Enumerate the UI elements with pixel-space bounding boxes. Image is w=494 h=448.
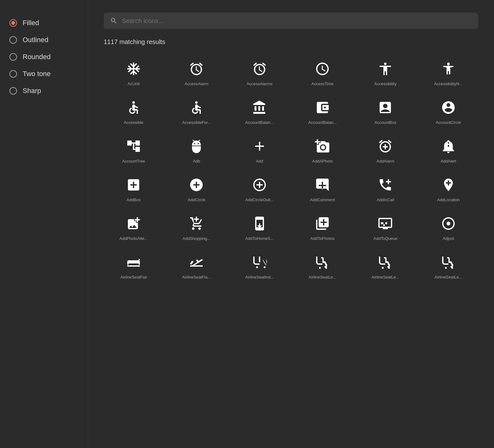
icon-adb[interactable]: Adb (167, 132, 226, 168)
add-to-photos-icon (315, 215, 330, 232)
icon-airline-seat-legroom-reduced[interactable]: AirlineSeatLe... (419, 248, 478, 284)
icon-label-accessibility-new: AccessibilityN... (434, 81, 463, 86)
icon-add-ic-call[interactable]: AddIcCall (355, 171, 415, 207)
account-circle-icon (441, 99, 456, 116)
icon-add-comment[interactable]: AddComment (293, 171, 352, 207)
icon-account-balance[interactable]: AccountBalan... (230, 94, 289, 129)
icon-add[interactable]: Add (230, 132, 289, 168)
icon-label-access-alarm: AccessAlarm (185, 81, 209, 86)
icon-add-circle-outline[interactable]: AddCircleOutl... (230, 171, 289, 207)
search-bar (104, 13, 478, 29)
icon-adjust[interactable]: Adjust (419, 210, 478, 245)
icon-ac-unit[interactable]: AcUnit (104, 55, 163, 91)
airline-seat-legroom-extra-icon (315, 254, 330, 270)
icon-airline-seat-flat[interactable]: AirlineSeatFlat (104, 248, 163, 284)
radio-circle-sharp (9, 87, 17, 95)
add-to-queue-icon (378, 215, 393, 232)
accessible-icon (126, 99, 141, 116)
icon-accessible-forward[interactable]: AccessibleFor... (167, 94, 226, 129)
airline-seat-legroom-reduced-icon (441, 254, 456, 270)
svg-point-2 (195, 101, 198, 104)
radio-circle-twotone (9, 70, 17, 78)
icon-label-add-circle: AddCircle (188, 197, 205, 202)
icon-label-add-location: AddLocation (437, 197, 460, 202)
icon-add-a-photo[interactable]: AddAPhoto (293, 132, 352, 168)
radio-label-outlined: Outlined (23, 36, 48, 44)
icon-label-adb: Adb (193, 159, 200, 163)
icon-add-location[interactable]: AddLocation (419, 171, 478, 207)
adjust-icon (441, 215, 456, 232)
add-alert-icon (441, 138, 456, 154)
radio-rounded[interactable]: Rounded (9, 53, 78, 61)
icon-label-airline-seat-flat-angled: AirlineSeatFla... (182, 275, 211, 279)
icon-airline-seat-flat-angled[interactable]: AirlineSeatFla... (167, 248, 226, 284)
icon-style-options: Filled Outlined Rounded Two tone Sharp (9, 19, 78, 95)
result-count: 1117 matching results (104, 38, 478, 46)
icon-label-account-tree: AccountTree (122, 159, 145, 163)
account-tree-icon (126, 138, 141, 154)
add-alarm-icon (378, 138, 393, 154)
radio-outlined[interactable]: Outlined (9, 36, 78, 44)
radio-label-rounded: Rounded (23, 53, 51, 61)
icon-add-to-photos[interactable]: AddToPhotos (293, 210, 352, 245)
icon-label-airline-seat-legroom-reduced: AirlineSeatLe... (435, 275, 462, 279)
icon-label-add-ic-call: AddIcCall (377, 197, 394, 202)
radio-twotone[interactable]: Two tone (9, 70, 78, 78)
icon-airline-seat-individual[interactable]: AirlineSeatInd... (230, 248, 289, 284)
icon-access-alarm[interactable]: AccessAlarm (167, 55, 226, 91)
icon-label-airline-seat-individual: AirlineSeatInd... (245, 275, 274, 279)
icon-label-ac-unit: AcUnit (128, 81, 140, 86)
add-comment-icon (315, 177, 330, 193)
radio-label-twotone: Two tone (23, 70, 51, 78)
add-ic-call-icon (378, 177, 393, 193)
access-alarms-icon (252, 61, 267, 77)
icon-account-balance-wallet[interactable]: AccountBalan... (293, 94, 352, 129)
icons-grid: AcUnit AccessAlarm AccessAlarms AccessTi… (104, 55, 478, 284)
adb-icon (189, 138, 204, 154)
icon-accessibility-new[interactable]: AccessibilityN... (419, 55, 478, 91)
icon-access-time[interactable]: AccessTime (293, 55, 352, 91)
icon-label-add-box: AddBox (126, 197, 141, 202)
icon-label-add-to-home-screen: AddToHomeS... (245, 236, 274, 241)
svg-point-0 (447, 63, 450, 65)
icon-access-alarms[interactable]: AccessAlarms (230, 55, 289, 91)
icon-label-access-time: AccessTime (311, 81, 333, 86)
svg-point-1 (132, 101, 135, 104)
icon-label-accessibility: Accessibility (374, 81, 397, 86)
radio-circle-outlined (9, 36, 17, 44)
icon-account-circle[interactable]: AccountCircle (419, 94, 478, 129)
icon-accessibility[interactable]: Accessibility (355, 55, 415, 91)
icon-airline-seat-legroom-extra[interactable]: AirlineSeatLe... (293, 248, 352, 284)
icon-label-add-a-photo: AddAPhoto (312, 159, 333, 163)
icon-add-alert[interactable]: AddAlert (419, 132, 478, 168)
icon-accessible[interactable]: Accessible (104, 94, 163, 129)
icon-airline-seat-legroom-normal[interactable]: AirlineSeatLe... (355, 248, 415, 284)
icon-add-to-home-screen[interactable]: AddToHomeS... (230, 210, 289, 245)
airline-seat-flat-angled-icon (189, 254, 204, 270)
airline-seat-legroom-normal-icon (378, 254, 393, 270)
accessible-forward-icon (189, 99, 204, 116)
icon-add-circle[interactable]: AddCircle (167, 171, 226, 207)
icon-label-adjust: Adjust (443, 236, 454, 241)
icon-account-tree[interactable]: AccountTree (104, 132, 163, 168)
icon-add-box[interactable]: AddBox (104, 171, 163, 207)
airline-seat-individual-icon (252, 254, 267, 270)
access-time-icon (315, 61, 330, 77)
account-balance-icon (252, 99, 267, 116)
icon-label-add-photo-alt: AddPhotoAlte... (119, 236, 148, 241)
radio-circle-filled (9, 19, 17, 27)
icon-add-to-queue[interactable]: AddToQueue (355, 210, 415, 245)
add-a-photo-icon (315, 138, 330, 154)
icon-add-alarm[interactable]: AddAlarm (355, 132, 415, 168)
main-content: 1117 matching results AcUnit AccessAlarm… (88, 0, 494, 448)
radio-sharp[interactable]: Sharp (9, 87, 78, 95)
accessibility-new-icon (441, 61, 456, 77)
icon-label-account-box: AccountBox (375, 120, 396, 125)
icon-label-accessible: Accessible (124, 120, 143, 125)
icon-add-shopping-cart[interactable]: AddShopping... (167, 210, 226, 245)
icon-add-photo-alt[interactable]: AddPhotoAlte... (104, 210, 163, 245)
icon-label-add-circle-outline: AddCircleOutl... (245, 197, 274, 202)
search-input[interactable] (122, 17, 472, 25)
icon-account-box[interactable]: AccountBox (355, 94, 415, 129)
radio-filled[interactable]: Filled (9, 19, 78, 27)
